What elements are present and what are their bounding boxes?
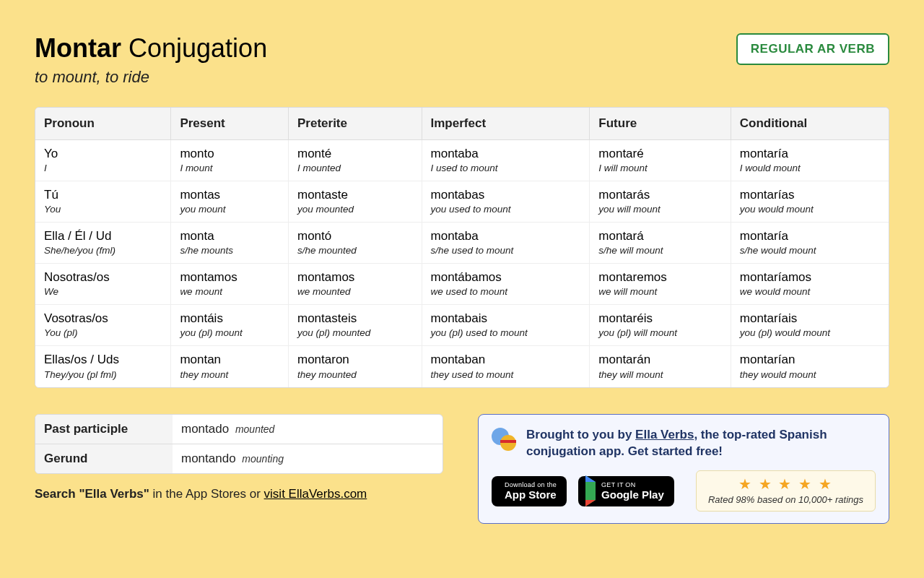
col-present: Present [171,108,289,140]
pronoun-cell: YoI [35,140,171,181]
verb-name: Montar [35,33,121,63]
present-cell: montas/he mounts [171,223,289,264]
present-cell: montoI mount [171,140,289,181]
preterite-cell: montaronthey mounted [289,346,422,387]
past-participle-value: montado mounted [173,415,443,444]
rating-text: Rated 98% based on 10,000+ ratings [708,494,863,505]
pronoun-cell: Nosotras/osWe [35,264,171,305]
present-cell: montasyou mount [171,181,289,223]
conditional-cell: montaríaI would mount [731,140,889,181]
pronoun-cell: Ella / Él / UdShe/he/you (fml) [35,223,171,264]
future-cell: montaránthey will mount [590,346,731,387]
star-icons: ★ ★ ★ ★ ★ [708,475,863,493]
rating-box: ★ ★ ★ ★ ★ Rated 98% based on 10,000+ rat… [696,470,876,512]
gerund-label: Gerund [35,444,173,473]
preterite-cell: montasteyou mounted [289,181,422,223]
conditional-cell: montaríasyou would mount [731,181,889,223]
table-row: Ella / Él / UdShe/he/you (fml)montas/he … [35,223,889,264]
col-preterite: Preterite [289,108,422,140]
imperfect-cell: montábamoswe used to mount [422,264,590,305]
ellaverbs-logo-icon [492,426,518,452]
col-pronoun: Pronoun [35,108,171,140]
preterite-cell: montasteisyou (pl) mounted [289,305,422,346]
visit-ellaverbs-link[interactable]: visit EllaVerbs.com [264,487,367,501]
verb-type-badge: REGULAR AR VERB [736,33,889,65]
promo-text: Brought to you by Ella Verbs, the top-ra… [526,426,876,461]
google-play-icon [585,483,596,499]
future-cell: montaréisyou (pl) will mount [590,305,731,346]
table-row: Nosotras/osWemontamoswe mountmontamoswe … [35,264,889,305]
search-instruction: Search "Ella Verbs" in the App Stores or… [35,487,443,501]
imperfect-cell: montabanthey used to mount [422,346,590,387]
promo-box: Brought to you by Ella Verbs, the top-ra… [478,414,889,525]
preterite-cell: montéI mounted [289,140,422,181]
present-cell: montamoswe mount [171,264,289,305]
imperfect-cell: montabaI used to mount [422,140,590,181]
present-cell: montáisyou (pl) mount [171,305,289,346]
future-cell: montarásyou will mount [590,181,731,223]
imperfect-cell: montabaisyou (pl) used to mount [422,305,590,346]
pronoun-cell: Ellas/os / UdsThey/you (pl fml) [35,346,171,387]
past-participle-label: Past participle [35,415,173,444]
imperfect-cell: montabas/he used to mount [422,223,590,264]
table-row: YoImontoI mountmontéI mountedmontabaI us… [35,140,889,181]
gerund-value: montando mounting [173,444,443,473]
present-cell: montanthey mount [171,346,289,387]
pronoun-cell: TúYou [35,181,171,223]
conditional-cell: montaríaisyou (pl) would mount [731,305,889,346]
ellaverbs-link[interactable]: Ella Verbs [635,428,694,441]
google-play-button[interactable]: GET IT ON Google Play [578,476,674,506]
table-row: Vosotras/osYou (pl)montáisyou (pl) mount… [35,305,889,346]
preterite-cell: montós/he mounted [289,223,422,264]
pronoun-cell: Vosotras/osYou (pl) [35,305,171,346]
col-conditional: Conditional [731,108,889,140]
future-cell: montaremoswe will mount [590,264,731,305]
app-store-button[interactable]: Download on the App Store [492,476,567,506]
future-cell: montaréI will mount [590,140,731,181]
conditional-cell: montaríamoswe would mount [731,264,889,305]
verb-translation: to mount, to ride [35,68,267,87]
future-cell: montarás/he will mount [590,223,731,264]
page-title: Montar Conjugation [35,33,267,64]
col-imperfect: Imperfect [422,108,590,140]
preterite-cell: montamoswe mounted [289,264,422,305]
conjugation-table: Pronoun Present Preterite Imperfect Futu… [35,107,889,388]
imperfect-cell: montabasyou used to mount [422,181,590,223]
participle-table: Past participle montado mounted Gerund m… [35,414,443,474]
conditional-cell: montaríanthey would mount [731,346,889,387]
conditional-cell: montarías/he would mount [731,223,889,264]
col-future: Future [590,108,731,140]
table-row: TúYoumontasyou mountmontasteyou mountedm… [35,181,889,223]
table-row: Ellas/os / UdsThey/you (pl fml)montanthe… [35,346,889,387]
title-suffix: Conjugation [128,33,267,63]
